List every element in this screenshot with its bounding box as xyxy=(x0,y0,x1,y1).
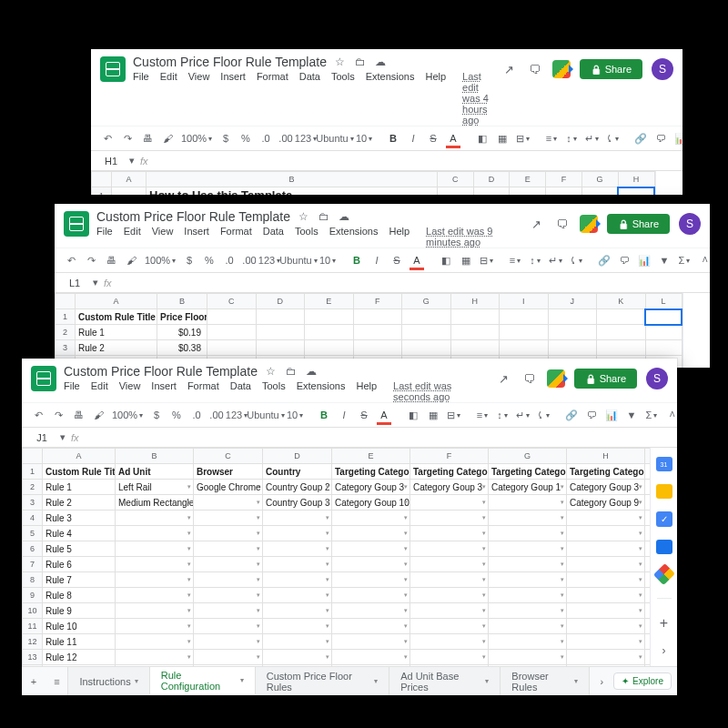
tab-ad-unit-base-prices[interactable]: Ad Unit Base Prices▾ xyxy=(389,667,500,695)
menu-data[interactable]: Data xyxy=(230,380,251,402)
paint-format-icon[interactable]: 🖌 xyxy=(160,130,175,147)
calendar-icon[interactable] xyxy=(656,457,672,471)
dropdown-cell[interactable] xyxy=(567,665,645,667)
dropdown-cell[interactable] xyxy=(489,572,567,588)
dropdown-cell[interactable] xyxy=(410,541,489,557)
dropdown-cell[interactable] xyxy=(263,526,332,541)
italic-button[interactable]: I xyxy=(406,130,420,147)
star-icon[interactable]: ☆ xyxy=(265,365,278,378)
active-cell[interactable] xyxy=(618,187,654,196)
chart-icon[interactable]: 📊 xyxy=(604,407,619,423)
borders-icon[interactable]: ▦ xyxy=(495,130,510,147)
print-icon[interactable]: 🖶 xyxy=(104,252,118,268)
font-size-dropdown[interactable]: 10 xyxy=(288,407,302,423)
dropdown-cell[interactable] xyxy=(332,665,410,667)
text-color-button[interactable]: A xyxy=(446,130,460,147)
print-icon[interactable]: 🖶 xyxy=(140,130,155,147)
doc-title[interactable]: Custom Price Floor Rule Template xyxy=(133,55,327,69)
dropdown-cell[interactable] xyxy=(410,526,489,541)
chart-icon[interactable]: 📊 xyxy=(637,252,652,268)
font-dropdown[interactable]: Ubuntu xyxy=(328,130,342,147)
menu-format[interactable]: Format xyxy=(187,380,219,402)
share-button[interactable]: Share xyxy=(574,369,637,389)
star-icon[interactable]: ☆ xyxy=(298,210,310,223)
last-edit-link[interactable]: Last edit was seconds ago xyxy=(393,380,489,402)
wrap-icon[interactable]: ↵ xyxy=(515,407,530,423)
meet-icon[interactable] xyxy=(552,60,571,78)
halign-icon[interactable]: ≡ xyxy=(475,407,490,423)
account-avatar[interactable]: S xyxy=(646,368,668,389)
dropdown-cell[interactable] xyxy=(263,557,332,572)
rotate-icon[interactable]: ⤹ xyxy=(535,407,550,423)
format-percent[interactable]: % xyxy=(238,130,253,147)
undo-icon[interactable]: ↶ xyxy=(100,130,115,147)
more-formats[interactable]: 123 xyxy=(262,252,277,268)
borders-icon[interactable]: ▦ xyxy=(426,407,440,423)
format-currency[interactable]: $ xyxy=(218,130,233,147)
increase-decimal[interactable]: .00 xyxy=(242,252,257,268)
dropdown-cell[interactable] xyxy=(116,665,194,667)
menu-data[interactable]: Data xyxy=(299,71,320,126)
tab-rule-configuration[interactable]: Rule Configuration▾ xyxy=(149,667,256,695)
menu-view[interactable]: View xyxy=(152,226,174,248)
redo-icon[interactable]: ↷ xyxy=(51,407,66,423)
format-currency[interactable]: $ xyxy=(182,252,197,268)
collapse-toolbar-icon[interactable]: ᐱ xyxy=(664,406,677,422)
more-formats[interactable]: 123 xyxy=(298,130,313,147)
halign-icon[interactable]: ≡ xyxy=(508,252,522,268)
wrap-icon[interactable]: ↵ xyxy=(548,252,562,268)
valign-icon[interactable]: ↕ xyxy=(495,407,510,423)
browser-cell[interactable] xyxy=(194,495,263,511)
dropdown-cell[interactable] xyxy=(194,619,263,634)
dropdown-cell[interactable] xyxy=(567,634,645,650)
fill-color-icon[interactable]: ◧ xyxy=(475,130,490,147)
strike-button[interactable]: S xyxy=(389,252,404,268)
dropdown-cell[interactable] xyxy=(567,603,645,619)
last-edit-link[interactable]: Last edit was 4 hours ago xyxy=(462,71,494,126)
bold-button[interactable]: B xyxy=(317,407,331,423)
menu-tools[interactable]: Tools xyxy=(262,380,286,402)
doc-title[interactable]: Custom Price Floor Rule Template xyxy=(64,364,258,379)
fill-color-icon[interactable]: ◧ xyxy=(439,252,453,268)
contacts-icon[interactable] xyxy=(656,540,672,554)
menu-format[interactable]: Format xyxy=(257,71,288,126)
move-icon[interactable]: 🗀 xyxy=(318,210,330,223)
menu-file[interactable]: File xyxy=(96,226,113,248)
doc-title[interactable]: Custom Price Floor Rule Template xyxy=(96,209,290,224)
menu-extensions[interactable]: Extensions xyxy=(329,226,379,248)
dropdown-cell[interactable] xyxy=(489,619,567,634)
menu-help[interactable]: Help xyxy=(425,71,446,126)
redo-icon[interactable]: ↷ xyxy=(84,252,98,268)
menu-tools[interactable]: Tools xyxy=(295,226,318,248)
strike-button[interactable]: S xyxy=(357,407,371,423)
history-icon[interactable]: ↗ xyxy=(529,216,545,232)
functions-icon[interactable]: Σ xyxy=(677,252,692,268)
filter-icon[interactable]: ▼ xyxy=(657,252,672,268)
category-cell[interactable] xyxy=(489,495,567,511)
menu-insert[interactable]: Insert xyxy=(184,226,209,248)
last-edit-link[interactable]: Last edit was 9 minutes ago xyxy=(426,226,521,248)
merge-icon[interactable]: ⊟ xyxy=(479,252,493,268)
category-cell[interactable]: Category Goup 3 xyxy=(410,480,489,495)
rotate-icon[interactable]: ⤹ xyxy=(568,252,582,268)
dropdown-cell[interactable] xyxy=(567,572,645,588)
strike-button[interactable]: S xyxy=(426,130,440,147)
dropdown-cell[interactable] xyxy=(116,572,194,588)
dropdown-cell[interactable] xyxy=(194,634,263,650)
valign-icon[interactable]: ↕ xyxy=(564,130,579,147)
active-cell[interactable] xyxy=(645,309,682,325)
dropdown-cell[interactable] xyxy=(116,588,194,603)
text-color-button[interactable]: A xyxy=(410,252,424,268)
zoom-dropdown[interactable]: 100% xyxy=(120,407,135,423)
dropdown-cell[interactable] xyxy=(410,557,489,572)
dropdown-cell[interactable] xyxy=(194,588,263,603)
dropdown-cell[interactable] xyxy=(489,557,567,572)
bold-button[interactable]: B xyxy=(386,130,400,147)
menu-insert[interactable]: Insert xyxy=(220,71,246,126)
print-icon[interactable]: 🖶 xyxy=(71,407,86,423)
dropdown-cell[interactable] xyxy=(194,572,263,588)
history-icon[interactable]: ↗ xyxy=(496,370,512,387)
zoom-dropdown[interactable]: 100% xyxy=(189,130,204,147)
dropdown-cell[interactable] xyxy=(194,665,263,667)
category-cell[interactable]: Category Goup 10 xyxy=(332,495,410,511)
